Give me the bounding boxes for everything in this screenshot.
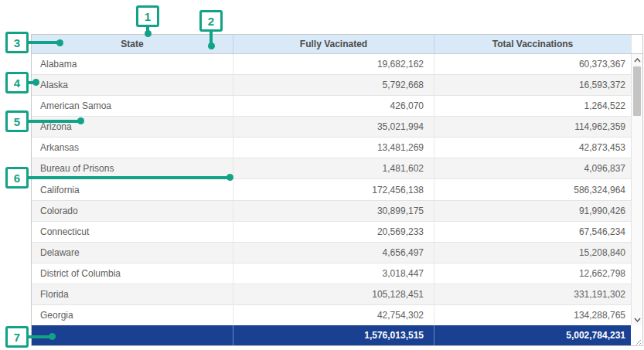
fully-vacinated-cell: 20,569,233 — [233, 222, 434, 242]
table-row[interactable]: California 172,456,138 586,324,964 — [32, 179, 631, 200]
table-row[interactable]: American Samoa 426,070 1,264,522 — [32, 96, 631, 117]
total-vaccinations-cell: 12,662,798 — [434, 263, 631, 284]
table-header-row: State Fully Vacinated Total Vaccinations — [32, 35, 642, 54]
total-vaccinations-cell: 16,593,372 — [434, 75, 631, 95]
scrollbar-track[interactable] — [632, 66, 642, 314]
total-vaccinations-cell: 586,324,964 — [434, 179, 631, 199]
fully-vacinated-cell: 105,128,451 — [233, 284, 434, 304]
summary-fully-vacinated-total: 1,576,013,515 — [233, 325, 434, 345]
table-body: Alabama 19,682,162 60,373,367 Alaska 5,7… — [32, 54, 642, 325]
table-row[interactable]: Colorado 30,899,175 91,990,426 — [32, 201, 631, 222]
table-rows: Alabama 19,682,162 60,373,367 Alaska 5,7… — [32, 54, 631, 325]
state-cell: Delaware — [32, 243, 233, 263]
table-row[interactable]: Arkansas 13,481,269 42,873,453 — [32, 138, 631, 158]
fully-vacinated-cell: 5,792,668 — [233, 75, 434, 95]
state-cell: Alabama — [32, 54, 233, 74]
state-cell: Alaska — [32, 75, 233, 95]
state-cell: District of Columbia — [32, 263, 233, 284]
callout-4-dot — [32, 79, 39, 86]
state-cell: California — [32, 179, 233, 199]
callout-2-dot — [208, 42, 215, 49]
fully-vacinated-cell: 42,754,302 — [233, 305, 434, 325]
total-vaccinations-cell: 331,191,302 — [434, 284, 631, 304]
fully-vacinated-cell: 3,018,447 — [233, 263, 434, 284]
callout-6: 6 — [5, 167, 29, 189]
callout-3: 3 — [5, 32, 29, 53]
chevron-up-icon — [634, 58, 641, 63]
total-vaccinations-cell: 15,208,840 — [434, 243, 631, 263]
table-widget: State Fully Vacinated Total Vaccinations… — [31, 34, 643, 346]
callout-3-dot — [56, 39, 63, 46]
total-vaccinations-cell: 134,288,765 — [434, 305, 631, 325]
state-cell: Florida — [32, 284, 233, 304]
table-row[interactable]: Connecticut 20,569,233 67,546,234 — [32, 222, 631, 243]
state-cell: Connecticut — [32, 222, 233, 242]
table-row[interactable]: Alabama 19,682,162 60,373,367 — [32, 54, 631, 75]
callout-6-dot — [227, 174, 233, 181]
fully-vacinated-cell: 4,656,497 — [233, 243, 434, 263]
table-row[interactable]: District of Columbia 3,018,447 12,662,79… — [32, 263, 631, 284]
summary-scrollbar-gutter — [631, 325, 642, 345]
fully-vacinated-cell: 1,481,602 — [233, 158, 434, 178]
callout-7-dot — [49, 333, 56, 340]
total-vaccinations-cell: 60,373,367 — [434, 54, 631, 74]
state-cell: Colorado — [32, 201, 233, 221]
callout-4: 4 — [5, 72, 29, 93]
fully-vacinated-cell: 30,899,175 — [233, 201, 434, 221]
header-scrollbar-gutter — [631, 35, 642, 53]
resize-grip-icon[interactable] — [635, 339, 642, 345]
state-cell: Georgia — [32, 305, 233, 325]
callout-5-dot — [77, 117, 84, 124]
table-row[interactable]: Delaware 4,656,497 15,208,840 — [32, 243, 631, 263]
state-cell: American Samoa — [32, 96, 233, 116]
fully-vacinated-cell: 19,682,162 — [233, 54, 434, 74]
table-row[interactable]: Alaska 5,792,668 16,593,372 — [32, 75, 631, 96]
callout-2: 2 — [199, 10, 223, 32]
callout-7: 7 — [5, 326, 29, 348]
scrollbar-thumb[interactable] — [633, 66, 641, 116]
callout-6-connector — [28, 176, 227, 179]
chevron-down-icon — [634, 318, 641, 322]
callout-5: 5 — [5, 110, 29, 132]
total-vaccinations-cell: 91,990,426 — [434, 201, 631, 221]
callout-3-connector — [28, 41, 59, 44]
fully-vacinated-cell: 35,021,994 — [233, 117, 434, 137]
fully-vacinated-cell: 13,481,269 — [233, 138, 434, 158]
scroll-down-button[interactable] — [632, 314, 642, 325]
column-header-total-vaccinations: Total Vaccinations — [434, 35, 631, 53]
summary-row: 1,576,013,515 5,002,784,231 — [32, 325, 642, 345]
state-cell: Arkansas — [32, 138, 233, 158]
table-row[interactable]: Arizona 35,021,994 114,962,359 — [32, 117, 631, 138]
summary-total-vaccinations-total: 5,002,784,231 — [434, 325, 631, 345]
dashboard-canvas: State Fully Vacinated Total Vaccinations… — [0, 0, 644, 350]
callout-1-dot — [145, 30, 152, 37]
callout-7-connector — [28, 335, 50, 338]
vertical-scrollbar[interactable] — [631, 54, 642, 325]
total-vaccinations-cell: 1,264,522 — [434, 96, 631, 116]
total-vaccinations-cell: 42,873,453 — [434, 138, 631, 158]
fully-vacinated-cell: 426,070 — [233, 96, 434, 116]
fully-vacinated-cell: 172,456,138 — [233, 179, 434, 199]
summary-state-cell — [32, 325, 233, 345]
callout-1: 1 — [136, 5, 159, 27]
total-vaccinations-cell: 114,962,359 — [434, 117, 631, 137]
column-header-fully-vacinated: Fully Vacinated — [233, 35, 434, 53]
total-vaccinations-cell: 67,546,234 — [434, 222, 631, 242]
table-row[interactable]: Georgia 42,754,302 134,288,765 — [32, 305, 631, 325]
table-row[interactable]: Florida 105,128,451 331,191,302 — [32, 284, 631, 305]
scroll-up-button[interactable] — [632, 54, 642, 66]
callout-5-connector — [28, 120, 78, 123]
total-vaccinations-cell: 4,096,837 — [434, 158, 631, 178]
